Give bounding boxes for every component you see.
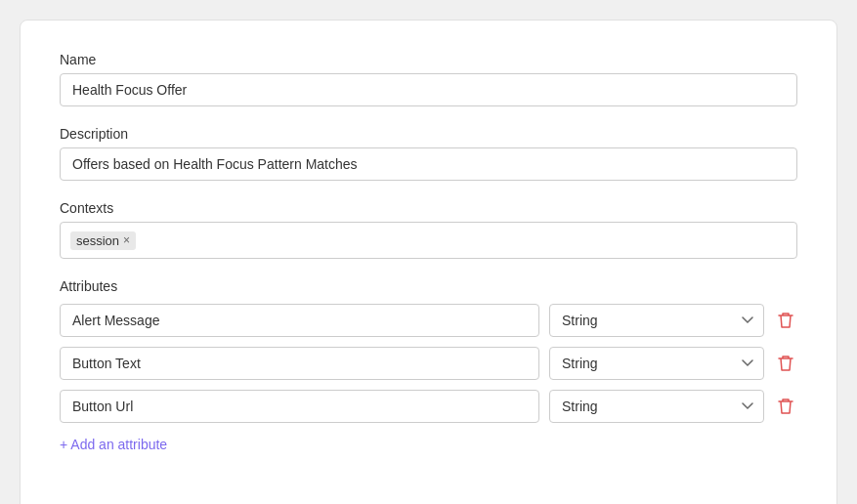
session-tag-remove[interactable]: × <box>123 234 130 246</box>
add-attribute-button[interactable]: + Add an attribute <box>60 433 167 456</box>
attribute-name-input-2[interactable] <box>60 390 539 423</box>
name-input[interactable] <box>60 73 797 106</box>
attribute-row: String Integer Boolean Float <box>60 304 797 337</box>
name-field-group: Name <box>60 52 797 106</box>
delete-attribute-button-0[interactable] <box>774 308 797 333</box>
attributes-section: Attributes String Integer Boolean Float … <box>60 278 797 456</box>
session-tag-text: session <box>76 233 119 248</box>
description-label: Description <box>60 126 797 142</box>
name-label: Name <box>60 52 797 67</box>
attribute-name-input-1[interactable] <box>60 347 539 380</box>
trash-icon <box>778 355 793 372</box>
description-input[interactable] <box>60 147 797 181</box>
description-field-group: Description <box>60 126 797 181</box>
form-card: Name Description Contexts session × Attr… <box>20 20 837 504</box>
attribute-row: String Integer Boolean Float <box>60 347 797 380</box>
attribute-row: String Integer Boolean Float <box>60 390 797 423</box>
attributes-label: Attributes <box>60 278 797 294</box>
delete-attribute-button-1[interactable] <box>774 351 797 376</box>
contexts-field-group: Contexts session × <box>60 200 797 259</box>
attribute-type-select-2[interactable]: String Integer Boolean Float <box>549 390 764 423</box>
attribute-type-select-1[interactable]: String Integer Boolean Float <box>549 347 764 380</box>
contexts-input[interactable]: session × <box>60 222 797 259</box>
add-attribute-label: + Add an attribute <box>60 437 167 452</box>
trash-icon <box>778 312 793 329</box>
attribute-type-select-0[interactable]: String Integer Boolean Float <box>549 304 764 337</box>
attribute-name-input-0[interactable] <box>60 304 539 337</box>
delete-attribute-button-2[interactable] <box>774 394 797 419</box>
contexts-label: Contexts <box>60 200 797 216</box>
session-tag: session × <box>70 231 136 250</box>
trash-icon <box>778 398 793 415</box>
